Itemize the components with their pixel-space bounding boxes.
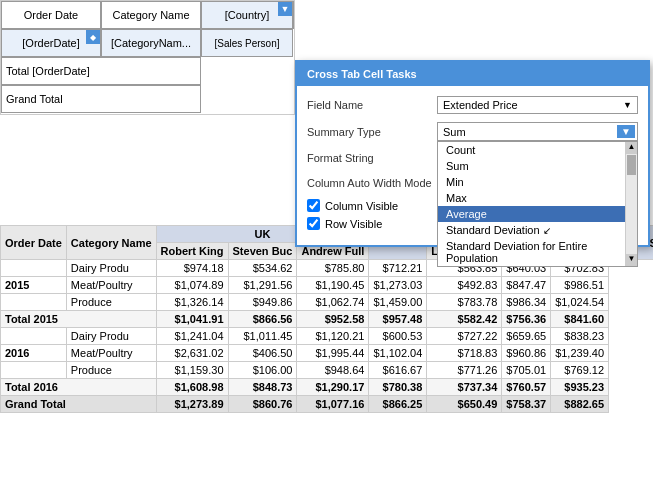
cell-gt: $882.65 <box>551 396 609 413</box>
cell-af: $712.21 <box>369 260 427 277</box>
cell-category: Produce <box>66 294 156 311</box>
cell-lc: $650.49 <box>427 396 502 413</box>
table-row: 2015 Meat/Poultry $1,074.89 $1,291.56 $1… <box>1 277 654 294</box>
dropdown-scrollbar[interactable]: ▲ ▼ <box>625 142 637 266</box>
option-max[interactable]: Max <box>438 190 625 206</box>
cell-tusa: $659.65 <box>502 328 551 345</box>
cell-year <box>1 362 67 379</box>
cell-gt: $986.51 <box>551 277 609 294</box>
cell-gt: $769.12 <box>551 362 609 379</box>
cell-af: $1,459.00 <box>369 294 427 311</box>
option-stddev[interactable]: Standard Deviation ↙ <box>438 222 625 238</box>
design-surface: Order Date Category Name [Country] ▼ Tot… <box>0 0 295 115</box>
cell-tuk: $1,062.74 <box>297 294 369 311</box>
col-visible-checkbox[interactable] <box>307 199 320 212</box>
cell-tusa: $760.57 <box>502 379 551 396</box>
cell-category: Meat/Poultry <box>66 345 156 362</box>
cell-af: $600.53 <box>369 328 427 345</box>
cell-sb: $1,291.56 <box>228 277 297 294</box>
cell-sb: $406.50 <box>228 345 297 362</box>
cell-lc: $492.83 <box>427 277 502 294</box>
cell-year <box>1 260 67 277</box>
cell-rk: $1,241.04 <box>156 328 228 345</box>
option-sum[interactable]: Sum <box>438 158 625 174</box>
option-count[interactable]: Count <box>438 142 625 158</box>
cell-sb: $848.73 <box>228 379 297 396</box>
cell-total-label: Total 2015 <box>1 311 157 328</box>
option-stddev-pop[interactable]: Standard Deviation for Entire Population <box>438 238 625 266</box>
cell-af: $1,102.04 <box>369 345 427 362</box>
cell-grand-total-label: Grand Total <box>1 396 157 413</box>
th-category: Category Name <box>66 226 156 260</box>
cell-tuk: $1,995.44 <box>297 345 369 362</box>
th-order-date: Order Date <box>1 226 67 260</box>
field-name-arrow[interactable]: ▼ <box>623 100 632 110</box>
country-header: [Country] ▼ <box>201 1 293 29</box>
cell-year <box>1 328 67 345</box>
cell-af: $957.48 <box>369 311 427 328</box>
summary-dropdown-list: Count Sum Min Max Average Standard Devia… <box>437 141 638 267</box>
summary-type-display[interactable]: Sum ▼ <box>437 122 638 141</box>
cell-lc: $771.26 <box>427 362 502 379</box>
table-row: Produce $1,159.30 $106.00 $948.64 $616.6… <box>1 362 654 379</box>
cell-rk: $1,273.89 <box>156 396 228 413</box>
cell-category: Dairy Produ <box>66 260 156 277</box>
format-string-label: Format String <box>307 152 437 164</box>
modal-title: Cross Tab Cell Tasks <box>297 62 648 86</box>
total-row-2016: Total 2016 $1,608.98 $848.73 $1,290.17 $… <box>1 379 654 396</box>
cell-tusa: $756.36 <box>502 311 551 328</box>
cell-af: $780.38 <box>369 379 427 396</box>
cell-gt: $838.23 <box>551 328 609 345</box>
col-visible-label: Column Visible <box>325 200 398 212</box>
dropdown-with-scroll: Count Sum Min Max Average Standard Devia… <box>438 142 637 266</box>
cell-year: 2015 <box>1 277 67 294</box>
cell-tusa: $847.47 <box>502 277 551 294</box>
cell-year <box>1 294 67 311</box>
total-row-2015: Total 2015 $1,041.91 $866.56 $952.58 $95… <box>1 311 654 328</box>
cell-rk: $1,074.89 <box>156 277 228 294</box>
table-row: Dairy Produ $1,241.04 $1,011.45 $1,120.2… <box>1 328 654 345</box>
category-field: [CategoryNam... <box>101 29 201 57</box>
field-name-display[interactable]: Extended Price ▼ <box>437 96 638 114</box>
row-visible-checkbox[interactable] <box>307 217 320 230</box>
field-name-row: Field Name Extended Price ▼ <box>307 96 638 114</box>
cell-sb: $1,011.45 <box>228 328 297 345</box>
total-country-header: Total [Country] <box>293 1 295 29</box>
cell-rk: $1,608.98 <box>156 379 228 396</box>
cell-lc: $582.42 <box>427 311 502 328</box>
main-container: Order Date Category Name [Country] ▼ Tot… <box>0 0 653 500</box>
cell-lc: $783.78 <box>427 294 502 311</box>
cell-rk: $1,159.30 <box>156 362 228 379</box>
row-visible-label: Row Visible <box>325 218 382 230</box>
country-dropdown-arrow[interactable]: ▼ <box>278 2 292 16</box>
cell-category: Meat/Poultry <box>66 277 156 294</box>
orderdate-arrow[interactable]: ◆ <box>86 30 100 44</box>
cell-af: $866.25 <box>369 396 427 413</box>
order-date-field: [OrderDate] ◆ <box>1 29 101 57</box>
cell-tusa: $758.37 <box>502 396 551 413</box>
option-average[interactable]: Average <box>438 206 625 222</box>
cell-total-label: Total 2016 <box>1 379 157 396</box>
cell-category: Dairy Produ <box>66 328 156 345</box>
scroll-down[interactable]: ▼ <box>626 254 637 266</box>
scroll-up[interactable]: ▲ <box>626 142 637 154</box>
table-row: 2016 Meat/Poultry $2,631.02 $406.50 $1,9… <box>1 345 654 362</box>
cell-gt: $841.60 <box>551 311 609 328</box>
cell-tusa: $986.34 <box>502 294 551 311</box>
modal-dialog: Cross Tab Cell Tasks Field Name Extended… <box>295 60 650 247</box>
option-min[interactable]: Min <box>438 174 625 190</box>
field-name-control[interactable]: Extended Price ▼ <box>437 96 638 114</box>
cell-af: $616.67 <box>369 362 427 379</box>
scroll-thumb[interactable] <box>627 155 636 175</box>
table-row: Produce $1,326.14 $949.86 $1,062.74 $1,4… <box>1 294 654 311</box>
cell-year: 2016 <box>1 345 67 362</box>
summary-type-arrow[interactable]: ▼ <box>617 125 635 138</box>
field-name-label: Field Name <box>307 99 437 111</box>
cell-category: Produce <box>66 362 156 379</box>
col-auto-width-label: Column Auto Width Mode <box>307 177 437 189</box>
cell-tuk: $785.80 <box>297 260 369 277</box>
grand-total-design: Grand Total <box>1 85 201 113</box>
cell-sb: $106.00 <box>228 362 297 379</box>
summary-type-control[interactable]: Sum ▼ Count Sum Min Max Average <box>437 122 638 141</box>
cell-lc: $737.34 <box>427 379 502 396</box>
